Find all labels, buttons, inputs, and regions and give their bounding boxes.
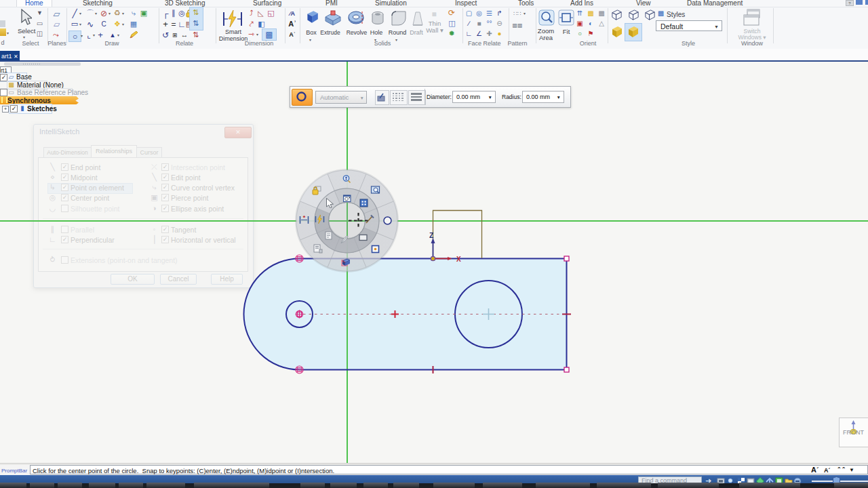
svg-text:FRONT: FRONT <box>843 429 864 436</box>
svg-text:*: * <box>303 215 306 221</box>
